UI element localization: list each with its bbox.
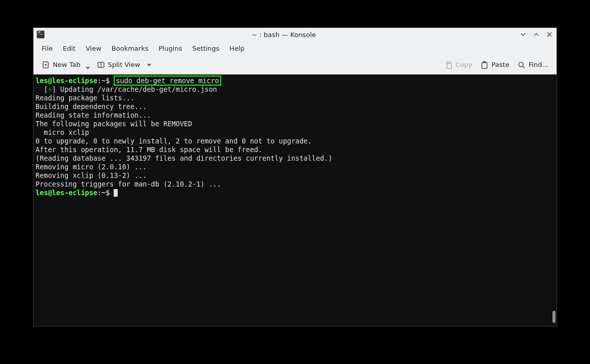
menu-view[interactable]: View [81, 43, 107, 54]
copy-label: Copy [456, 61, 472, 68]
prompt-line-2: les@les-eclipse:~$ [36, 189, 554, 197]
split-view-label: Split View [108, 61, 141, 68]
highlighted-command: sudo deb-get remove micro [114, 76, 221, 86]
konsole-window: ~ : bash — Konsole File Edit View Bookma… [33, 27, 557, 326]
plus-icon: + [48, 85, 52, 93]
close-icon [546, 31, 552, 38]
prompt-path: ~ [101, 189, 106, 197]
split-view-dropdown[interactable] [144, 63, 154, 67]
output-line: After this operation, 11.7 MB disk space… [36, 145, 554, 154]
output-line: (Reading database ... 343197 files and d… [36, 154, 554, 163]
new-tab-label: New Tab [53, 61, 81, 68]
new-tab-button[interactable]: New Tab [38, 59, 85, 71]
new-tab-dropdown[interactable] [83, 66, 93, 70]
svg-rect-4 [482, 62, 487, 68]
output-line: micro xclip [36, 128, 554, 137]
titlebar: ~ : bash — Konsole [33, 28, 557, 41]
copy-button[interactable]: Copy [440, 59, 476, 71]
maximize-button[interactable] [532, 30, 540, 39]
output-line: Reading state information... [36, 111, 554, 120]
find-label: Find... [529, 61, 548, 68]
prompt-user-host: les@les-eclipse [36, 77, 97, 85]
new-tab-icon [42, 61, 50, 69]
chevron-up-icon [533, 31, 539, 38]
scrollbar[interactable] [552, 311, 556, 323]
menu-bookmarks[interactable]: Bookmarks [107, 43, 154, 54]
find-button[interactable]: Find... [513, 59, 552, 71]
menu-edit[interactable]: Edit [58, 43, 81, 54]
app-icon [37, 30, 45, 39]
menubar: File Edit View Bookmarks Plugins Setting… [33, 41, 557, 55]
paste-icon [480, 61, 489, 69]
toolbar: New Tab Split View Copy Paste [33, 55, 557, 75]
output-line: Building dependency tree... [36, 102, 554, 111]
window-controls [519, 30, 553, 39]
split-view-button[interactable]: Split View [93, 59, 145, 71]
output-line: Processing triggers for man-db (2.10.2-1… [36, 180, 554, 189]
prompt-sep: : [97, 77, 101, 85]
minimize-button[interactable] [519, 30, 527, 39]
chevron-down-icon [147, 63, 151, 67]
cursor [114, 189, 118, 197]
prompt-sep: : [97, 189, 101, 197]
svg-rect-3 [447, 63, 452, 68]
output-line: The following packages will be REMOVED [36, 120, 554, 128]
search-icon [517, 61, 526, 69]
terminal-pane[interactable]: les@les-eclipse:~$ sudo deb-get remove m… [33, 75, 557, 326]
output-line: Removing micro (2.0.10) ... [36, 163, 554, 171]
copy-icon [444, 61, 453, 69]
svg-point-6 [518, 62, 523, 66]
prompt-user-host: les@les-eclipse [36, 189, 97, 197]
output-line: 0 to upgrade, 0 to newly install, 2 to r… [36, 137, 554, 145]
window-title: ~ : bash — Konsole [49, 31, 519, 39]
menu-file[interactable]: File [37, 43, 58, 54]
split-view-icon [97, 61, 105, 69]
menu-help[interactable]: Help [224, 43, 250, 54]
paste-label: Paste [492, 61, 509, 68]
chevron-down-icon [86, 66, 90, 70]
prompt-line-1: les@les-eclipse:~$ sudo deb-get remove m… [36, 77, 554, 85]
close-button[interactable] [545, 30, 553, 39]
prompt-sigil: $ [106, 189, 110, 197]
prompt-sigil: $ [106, 77, 110, 85]
paste-button[interactable]: Paste [476, 59, 513, 71]
output-line: Reading package lists... [36, 94, 554, 102]
output-line: Removing xclip (0.13-2) ... [36, 171, 554, 180]
output-line: [+] Updating /var/cache/deb-get/micro.js… [36, 85, 554, 94]
menu-plugins[interactable]: Plugins [153, 43, 187, 54]
svg-line-7 [523, 66, 525, 68]
prompt-path: ~ [101, 77, 106, 85]
menu-settings[interactable]: Settings [187, 43, 224, 54]
chevron-down-icon [520, 31, 526, 38]
